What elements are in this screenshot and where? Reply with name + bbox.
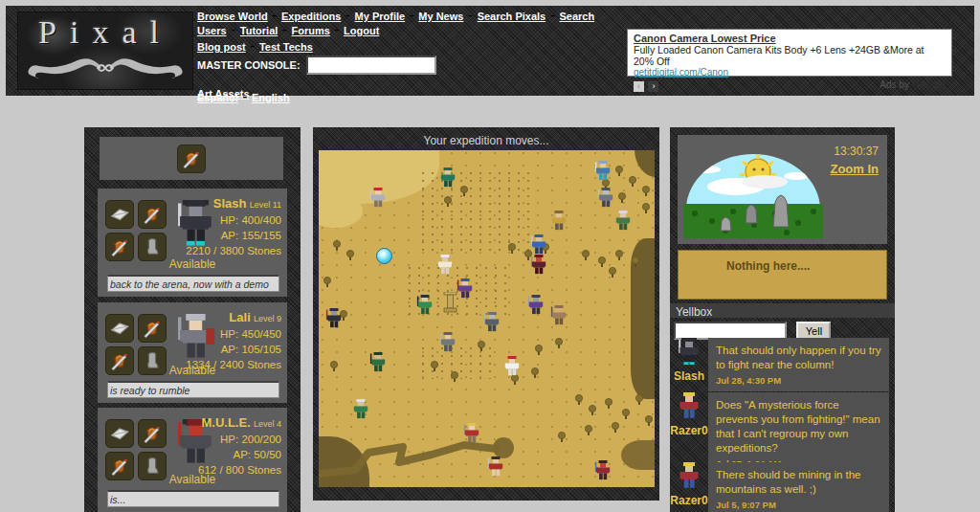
tree-icon xyxy=(323,275,332,286)
tree-icon xyxy=(621,407,631,418)
master-console-row: MASTER CONSOLE: xyxy=(197,56,618,75)
avatar-razer0[interactable] xyxy=(678,406,701,422)
tree-icon xyxy=(584,423,593,434)
author-name[interactable]: Razer0 xyxy=(670,424,708,437)
map-character[interactable] xyxy=(325,308,343,332)
clock-panel: 13:30:37 Zoom In xyxy=(678,135,887,244)
map-character[interactable] xyxy=(369,188,387,211)
member-name: Slash xyxy=(213,196,247,211)
tree-icon xyxy=(329,359,339,370)
member-ap: AP: 105/105 xyxy=(168,342,281,357)
ad-prev-arrow-icon[interactable]: ‹ xyxy=(634,81,644,92)
inventory-icon[interactable] xyxy=(138,419,167,448)
tree-icon xyxy=(614,164,624,175)
tree-icon xyxy=(530,366,540,377)
nav-link-forums[interactable]: Forums xyxy=(292,25,330,36)
member-level: Level 11 xyxy=(250,200,281,210)
tree-icon xyxy=(641,184,651,195)
avatar-razer0[interactable] xyxy=(678,476,701,492)
nav-link-my-news[interactable]: My News xyxy=(418,11,463,22)
map-character[interactable] xyxy=(463,423,480,447)
map-character[interactable] xyxy=(527,295,545,319)
map-character[interactable] xyxy=(594,460,612,484)
zoom-in-link[interactable]: Zoom In xyxy=(830,162,879,176)
message-icon[interactable] xyxy=(105,200,134,229)
map-character[interactable] xyxy=(503,356,521,380)
logo-dragons-icon xyxy=(24,51,187,83)
master-console-label: MASTER CONSOLE: xyxy=(197,59,301,71)
member-action-icons xyxy=(105,419,168,480)
map-character[interactable] xyxy=(614,211,632,234)
daytime-scene-icon xyxy=(683,150,823,238)
nav-link-search-pixals[interactable]: Search Pixals xyxy=(478,11,546,22)
member-ap: AP: 155/155 xyxy=(168,228,281,243)
map-character[interactable] xyxy=(597,188,614,211)
member-motto-input[interactable] xyxy=(107,490,279,507)
language-row: Español - English xyxy=(197,88,290,105)
nav-link-blog-post[interactable]: Blog post xyxy=(197,41,246,53)
map-status-text: Your expedition moves... xyxy=(313,134,659,147)
avatar-slash[interactable] xyxy=(678,351,701,367)
ad-next-arrow-icon[interactable]: › xyxy=(648,81,658,92)
author-name[interactable]: Slash xyxy=(670,369,708,383)
member-level: Level 4 xyxy=(254,419,281,429)
nav-link-logout[interactable]: Logout xyxy=(344,25,379,36)
ad-banner: Canon Camera Lowest Price Fully Loaded C… xyxy=(627,29,952,77)
member-name: M.U.L.E. xyxy=(201,415,250,430)
message-card: That should only happen if you try to fi… xyxy=(708,338,889,391)
member-level: Level 9 xyxy=(254,314,281,323)
map-character[interactable] xyxy=(416,295,434,319)
message-card: There should be mining in the mountains … xyxy=(708,462,889,512)
nav-link-test-techs[interactable]: Test Techs xyxy=(259,41,313,53)
ad-url-link[interactable]: getitdigital.com/Canon xyxy=(634,67,946,78)
message-text: Does "A mysterious force prevents you fr… xyxy=(716,398,881,456)
member-motto-input[interactable] xyxy=(107,275,279,292)
map-character[interactable] xyxy=(594,161,612,185)
map-character[interactable] xyxy=(550,211,568,234)
nav-link-browse-world[interactable]: Browse World xyxy=(197,11,268,22)
member-status: Available xyxy=(98,364,287,377)
map-character[interactable] xyxy=(483,312,501,336)
lang-link-espa-ol[interactable]: Español xyxy=(197,92,238,103)
map-character[interactable] xyxy=(369,352,387,376)
nav-link-expeditions[interactable]: Expeditions xyxy=(281,11,341,22)
ice-orb[interactable] xyxy=(376,248,392,264)
world-map[interactable] xyxy=(319,150,655,487)
member-stones: 2210 / 3800 Stones xyxy=(168,243,281,258)
map-character[interactable] xyxy=(439,332,457,356)
lang-link-english[interactable]: English xyxy=(252,92,290,103)
yell-message: Slash That should only happen if you try… xyxy=(670,338,895,391)
nav-link-tutorial[interactable]: Tutorial xyxy=(240,25,278,36)
map-panel: Your expedition moves... xyxy=(313,127,659,501)
game-clock: 13:30:37 xyxy=(834,145,879,158)
tree-icon xyxy=(574,392,584,404)
map-character[interactable] xyxy=(436,255,454,278)
member-ap: AP: 50/50 xyxy=(168,447,281,462)
ad-title-link[interactable]: Canon Camera Lowest Price xyxy=(634,33,946,44)
stone-column[interactable] xyxy=(443,292,457,314)
map-character[interactable] xyxy=(352,399,369,423)
party-member-card: Slash Level 11 HP: 400/400 AP: 155/155 2… xyxy=(98,189,287,297)
member-motto-input[interactable] xyxy=(107,381,279,398)
message-icon[interactable] xyxy=(105,419,134,448)
message-text: That should only happen if you try to fi… xyxy=(716,344,881,372)
map-character[interactable] xyxy=(457,278,474,302)
author-name[interactable]: Razer0 xyxy=(670,494,708,507)
tree-icon xyxy=(581,248,590,259)
party-sidebar: Slash Level 11 HP: 400/400 AP: 155/155 2… xyxy=(84,127,301,512)
map-character[interactable] xyxy=(530,255,547,278)
inventory-icon[interactable] xyxy=(138,200,167,229)
nav-link-my-profile[interactable]: My Profile xyxy=(355,11,406,22)
tree-icon xyxy=(611,420,620,432)
master-console-input[interactable] xyxy=(306,56,436,75)
map-character[interactable] xyxy=(487,456,504,480)
message-text: There should be mining in the mountains … xyxy=(716,468,881,497)
message-time: Jul 28, 4:30 PM xyxy=(716,375,881,386)
map-character[interactable] xyxy=(439,167,457,191)
message-icon[interactable] xyxy=(105,314,134,343)
tree-icon xyxy=(557,430,567,441)
tree-icon xyxy=(641,201,651,212)
map-character[interactable] xyxy=(550,305,568,329)
inventory-icon[interactable] xyxy=(138,314,167,343)
expedition-bag-sword-icon[interactable] xyxy=(177,145,206,173)
